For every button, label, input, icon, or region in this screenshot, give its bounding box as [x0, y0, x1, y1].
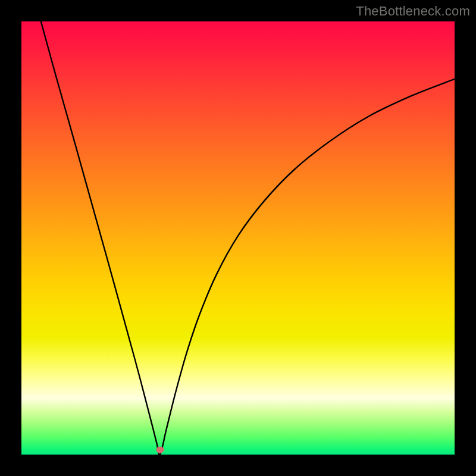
optimum-marker [156, 446, 164, 453]
bottleneck-curve [21, 21, 455, 455]
watermark-text: TheBottleneck.com [356, 4, 470, 19]
chart-frame: TheBottleneck.com [0, 0, 476, 476]
plot-area [21, 21, 455, 455]
